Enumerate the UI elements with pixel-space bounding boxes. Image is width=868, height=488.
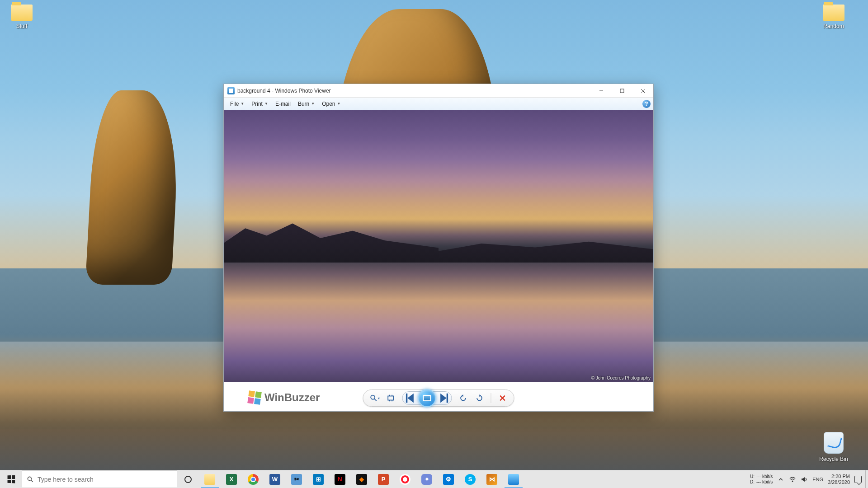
game-icon: ◆ (356, 474, 367, 485)
volume-icon (801, 476, 808, 483)
svg-line-20 (31, 480, 33, 482)
svg-point-22 (792, 480, 793, 482)
svg-line-5 (374, 399, 377, 401)
net-up-label: U: (750, 474, 755, 479)
desktop-icon-random[interactable]: Random (816, 5, 851, 30)
menu-file[interactable]: File ▼ (226, 99, 248, 108)
close-button[interactable] (632, 84, 653, 98)
svg-marker-11 (407, 394, 414, 403)
viewer-controls: ▾ (363, 389, 514, 407)
search-input[interactable] (38, 476, 172, 483)
svg-rect-12 (406, 394, 407, 403)
action-center-button[interactable] (854, 476, 862, 483)
taskbar-app-opera[interactable] (394, 470, 416, 488)
task-view-icon (184, 475, 193, 484)
previous-button[interactable] (405, 392, 420, 404)
chevron-down-icon: ▼ (311, 102, 315, 106)
zoom-button[interactable]: ▾ (370, 393, 380, 403)
titlebar[interactable]: background 4 - Windows Photo Viewer (224, 84, 653, 98)
windows-logo-icon (7, 475, 15, 483)
net-down-value: --- kbit/s (756, 479, 773, 485)
menu-print[interactable]: Print ▼ (248, 99, 272, 108)
slideshow-icon (423, 395, 431, 401)
desktop-icon-label: Recycle Bin (816, 455, 851, 463)
taskbar-app-powerpoint[interactable]: P (373, 470, 394, 488)
rotate-ccw-button[interactable] (458, 393, 468, 403)
window-title: background 4 - Windows Photo Viewer (237, 88, 331, 94)
svg-rect-6 (388, 396, 394, 400)
svg-marker-13 (440, 394, 447, 403)
menu-label: Open (322, 101, 335, 107)
taskbar-app-snip[interactable]: ✂ (286, 470, 307, 488)
settings-icon: ⚙ (443, 474, 454, 485)
taskbar-app-discord[interactable]: ✦ (416, 470, 438, 488)
taskbar-app-word[interactable]: W (264, 470, 286, 488)
wallpaper-rock-left (85, 90, 182, 285)
image-viewport[interactable]: © John Cocores Photography (224, 110, 653, 382)
fit-to-window-button[interactable] (386, 393, 396, 403)
close-icon (641, 89, 645, 93)
chevron-up-icon (778, 477, 783, 482)
maximize-icon (620, 89, 624, 93)
chevron-down-icon: ▼ (241, 102, 244, 106)
wifi-icon (789, 476, 796, 483)
taskbar-search[interactable] (22, 470, 177, 488)
fit-icon (387, 394, 395, 402)
minimize-button[interactable] (591, 84, 612, 98)
app-icon (227, 87, 235, 94)
minimize-icon (599, 89, 604, 93)
taskbar-app-chrome[interactable] (242, 470, 264, 488)
menu-label: E-mail (275, 101, 291, 107)
show-desktop-button[interactable] (865, 470, 868, 488)
taskbar-app-excel[interactable]: X (221, 470, 242, 488)
chevron-down-icon: ▼ (337, 102, 341, 106)
help-button[interactable]: ? (642, 100, 651, 108)
file-explorer-icon (204, 474, 215, 485)
taskbar-app-vs[interactable]: ⋈ (481, 470, 503, 488)
slideshow-button[interactable] (418, 389, 436, 407)
tray-overflow-button[interactable] (777, 476, 784, 483)
start-button[interactable] (0, 470, 22, 488)
delete-icon (499, 394, 507, 402)
search-icon (27, 476, 34, 483)
net-up-value: --- kbit/s (756, 474, 773, 479)
taskbar: X W ✂ ⊞ N ◆ P ✦ ⚙ S ⋈ U:--- kbit/s D:---… (0, 470, 868, 488)
image-content (224, 214, 439, 263)
menu-burn[interactable]: Burn ▼ (294, 99, 318, 108)
netflix-icon: N (335, 474, 345, 485)
menu-open[interactable]: Open ▼ (318, 99, 344, 108)
tray-volume[interactable] (801, 476, 808, 483)
taskbar-app-photo-viewer[interactable] (503, 470, 524, 488)
svg-marker-23 (802, 477, 805, 482)
menu-label: File (230, 101, 239, 107)
navigation-cluster (402, 391, 452, 405)
taskbar-app-skype[interactable]: S (459, 470, 481, 488)
rotate-ccw-icon (459, 394, 467, 402)
photo-viewer-window[interactable]: background 4 - Windows Photo Viewer File… (223, 84, 654, 412)
desktop-icon-recycle-bin[interactable]: Recycle Bin (816, 432, 851, 463)
tray-clock[interactable]: 2:20 PM 3/28/2020 (828, 474, 850, 485)
desktop-icon-label: Random (816, 23, 851, 30)
taskbar-app-game[interactable]: ◆ (351, 470, 373, 488)
clock-date: 3/28/2020 (828, 479, 850, 485)
system-tray: U:--- kbit/s D:--- kbit/s ENG 2:20 PM 3/… (746, 470, 865, 488)
desktop-icon-stuff[interactable]: Stuff (5, 5, 39, 30)
maximize-button[interactable] (612, 84, 632, 98)
tray-wifi[interactable] (789, 476, 796, 483)
taskbar-app-trello[interactable]: ⊞ (307, 470, 329, 488)
network-meter[interactable]: U:--- kbit/s D:--- kbit/s (750, 474, 773, 485)
menu-email[interactable]: E-mail (272, 99, 294, 108)
task-view-button[interactable] (177, 470, 199, 488)
rotate-cw-button[interactable] (475, 393, 485, 403)
delete-button[interactable] (498, 393, 508, 403)
folder-icon (11, 5, 33, 21)
menu-label: Print (251, 101, 263, 107)
discord-icon: ✦ (421, 474, 432, 485)
taskbar-app-netflix[interactable]: N (329, 470, 351, 488)
taskbar-app-settings[interactable]: ⚙ (438, 470, 459, 488)
next-button[interactable] (434, 392, 450, 404)
tray-language[interactable]: ENG (812, 476, 823, 483)
net-down-label: D: (750, 479, 755, 485)
taskbar-app-explorer[interactable] (199, 470, 221, 488)
desktop-icon-label: Stuff (5, 23, 39, 30)
